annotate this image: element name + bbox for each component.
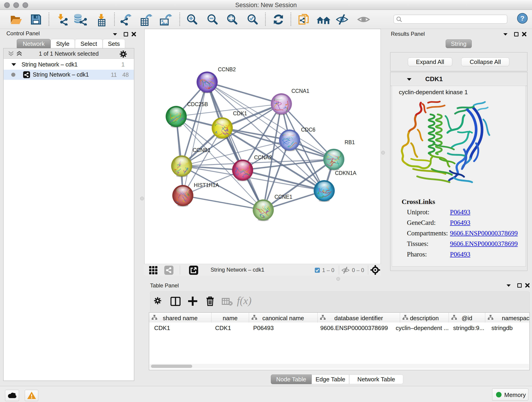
svg-text:CCNB1: CCNB1 <box>193 147 210 153</box>
svg-text:CDK1: CDK1 <box>233 110 247 116</box>
svg-text:CDKN1A: CDKN1A <box>335 170 356 176</box>
svg-text:RB1: RB1 <box>345 139 355 145</box>
svg-text:CCNB2: CCNB2 <box>218 66 236 72</box>
svg-text:CCNA1: CCNA1 <box>291 88 309 94</box>
svg-text:HIST1H1A: HIST1H1A <box>194 182 219 188</box>
svg-text:CDC6: CDC6 <box>301 127 316 133</box>
svg-text:CCNA2: CCNA2 <box>254 154 272 160</box>
svg-text:CCNE1: CCNE1 <box>274 194 292 200</box>
svg-text:CDC25B: CDC25B <box>187 101 208 107</box>
svg-text:?: ? <box>520 14 525 22</box>
